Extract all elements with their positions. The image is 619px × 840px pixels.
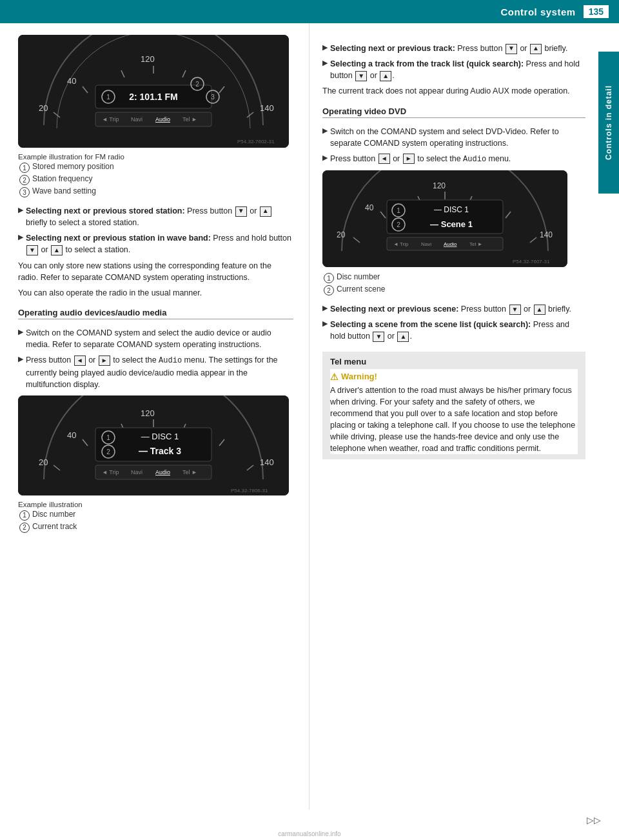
bullet-next-track-text: Selecting next or previous track: Press … bbox=[330, 43, 567, 54]
bullet-dvd-2-text: Press button ◄ or ► to select the Audio … bbox=[330, 153, 511, 165]
svg-text:140: 140 bbox=[540, 230, 553, 239]
dvd-item-2: 2 Current scene bbox=[324, 285, 585, 295]
btn-up-4: ▲ bbox=[380, 71, 391, 81]
site-watermark: carmanualsonline.info bbox=[0, 830, 619, 840]
btn-down-5: ▼ bbox=[509, 305, 521, 315]
tel-menu-title: Tel menu bbox=[330, 357, 578, 366]
bullet-track-list-text: Selecting a track from the track list (q… bbox=[330, 58, 585, 81]
svg-text:140: 140 bbox=[260, 103, 274, 113]
audio-item-2: 2 Current track bbox=[19, 522, 293, 533]
btn-up-1: ▲ bbox=[260, 206, 271, 217]
radio-item-3: 3 Wave band setting bbox=[19, 186, 293, 197]
svg-text:40: 40 bbox=[67, 430, 76, 440]
scene-bullets: ▶ Selecting next or previous scene: Pres… bbox=[322, 303, 585, 342]
dvd-svg: 20 40 120 140 1 — DISC 1 2 — Scene 1 ◄ T… bbox=[322, 170, 567, 267]
audio-illustration: 20 40 120 140 1 — DISC 1 2 — Track 3 bbox=[18, 395, 289, 495]
svg-text:3: 3 bbox=[211, 94, 215, 101]
audio-caption: Example illustration bbox=[18, 501, 293, 508]
btn-right-2: ► bbox=[403, 154, 415, 164]
bullet-track-list: ▶ Selecting a track from the track list … bbox=[322, 58, 585, 81]
audio-circle-2: 2 bbox=[19, 523, 30, 533]
btn-right-1: ► bbox=[99, 355, 110, 366]
btn-down-3: ▼ bbox=[506, 44, 517, 54]
btn-up-2: ▲ bbox=[51, 245, 63, 255]
svg-text:Audio: Audio bbox=[155, 116, 170, 123]
warning-triangle-icon: ⚠ bbox=[330, 372, 339, 382]
footer-arrow: ▷▷ bbox=[587, 815, 601, 825]
audio-circle-1: 1 bbox=[19, 510, 30, 521]
svg-text:◄ Trip: ◄ Trip bbox=[102, 116, 119, 123]
btn-down-2: ▼ bbox=[26, 245, 38, 255]
right-col: ▶ Selecting next or previous track: Pres… bbox=[310, 23, 598, 810]
svg-text:Navi: Navi bbox=[131, 469, 142, 475]
dvd-item-1: 1 Disc number bbox=[324, 272, 585, 283]
svg-text:— DISC 1: — DISC 1 bbox=[141, 432, 179, 441]
audio-bullets: ▶ Switch on the COMAND system and select… bbox=[18, 327, 293, 390]
warning-text: A driver's attention to the road must al… bbox=[330, 385, 578, 455]
circle-1: 1 bbox=[19, 163, 30, 173]
svg-text:1: 1 bbox=[397, 207, 400, 214]
dvd-section-heading: Operating video DVD bbox=[322, 106, 585, 118]
btn-down-1: ▼ bbox=[235, 206, 247, 217]
next-track-label: Selecting next or previous track: bbox=[330, 44, 455, 53]
bullet-arrow-4: ▶ bbox=[18, 355, 23, 363]
bullet-arrow-5: ▶ bbox=[322, 43, 328, 52]
radio-bullets: ▶ Selecting next or previous stored stat… bbox=[18, 205, 293, 256]
bullet-dvd-2: ▶ Press button ◄ or ► to select the Audi… bbox=[322, 153, 585, 165]
bullet-arrow-6: ▶ bbox=[322, 59, 328, 67]
svg-text:— Track 3: — Track 3 bbox=[139, 446, 181, 456]
tel-menu-box: Tel menu ⚠ Warning! A driver's attention… bbox=[322, 352, 585, 460]
circle-2: 2 bbox=[19, 175, 30, 185]
left-col: 20 40 120 140 1 2: 101.1 FM 2 3 bbox=[0, 23, 310, 810]
btn-left-2: ◄ bbox=[378, 154, 390, 164]
circle-3: 3 bbox=[19, 187, 30, 197]
warning-box: ⚠ Warning! A driver's attention to the r… bbox=[330, 369, 578, 455]
header-page: 135 bbox=[584, 5, 609, 18]
svg-text:40: 40 bbox=[365, 203, 374, 212]
bullet-scene-list: ▶ Selecting a scene from the scene list … bbox=[322, 319, 585, 342]
audio-svg: 20 40 120 140 1 — DISC 1 2 — Track 3 bbox=[18, 395, 289, 495]
bullet-arrow-8: ▶ bbox=[322, 154, 328, 162]
svg-text:Tel ►: Tel ► bbox=[182, 469, 197, 475]
radio-illustration: 20 40 120 140 1 2: 101.1 FM 2 3 bbox=[18, 35, 289, 148]
radio-svg: 20 40 120 140 1 2: 101.1 FM 2 3 bbox=[18, 35, 289, 148]
header-bar: Control system 135 bbox=[0, 0, 619, 23]
audio-item-1: 1 Disc number bbox=[19, 510, 293, 521]
svg-text:Tel ►: Tel ► bbox=[469, 241, 482, 247]
bullet-dvd-1: ▶ Switch on the COMAND system and select… bbox=[322, 126, 585, 149]
radio-item-1: 1 Stored memory position bbox=[19, 162, 293, 173]
dvd-illustration: 20 40 120 140 1 — DISC 1 2 — Scene 1 ◄ T… bbox=[322, 170, 567, 267]
svg-text:P54.32-7806-31: P54.32-7806-31 bbox=[231, 488, 268, 494]
dvd-circle-1: 1 bbox=[324, 273, 334, 283]
btn-up-5: ▲ bbox=[534, 305, 545, 315]
svg-text:1: 1 bbox=[106, 434, 110, 441]
radio-body1: You can only store new stations using th… bbox=[18, 260, 293, 283]
bullet-stored-station-text: Selecting next or previous stored statio… bbox=[26, 205, 293, 228]
bullet-audio-1: ▶ Switch on the COMAND system and select… bbox=[18, 327, 293, 350]
track-list-label: Selecting a track from the track list (q… bbox=[330, 59, 524, 68]
next-scene-label: Selecting next or previous scene: bbox=[330, 305, 458, 314]
btn-left-1: ◄ bbox=[74, 355, 86, 366]
footer: ▷▷ bbox=[0, 810, 619, 830]
svg-text:Navi: Navi bbox=[131, 116, 142, 123]
svg-text:Navi: Navi bbox=[421, 241, 431, 247]
svg-text:120: 120 bbox=[141, 408, 155, 418]
svg-text:◄ Trip: ◄ Trip bbox=[393, 241, 409, 247]
wave-band-label: Selecting next or previous station in wa… bbox=[26, 234, 211, 243]
bullet-scene-list-text: Selecting a scene from the scene list (q… bbox=[330, 319, 585, 342]
svg-text:20: 20 bbox=[39, 457, 48, 467]
svg-text:40: 40 bbox=[67, 76, 76, 86]
bullet-arrow-1: ▶ bbox=[18, 206, 23, 214]
scene-list-label: Selecting a scene from the scene list (q… bbox=[330, 320, 531, 329]
audio-section-heading: Operating audio devices/audio media bbox=[18, 308, 293, 319]
warning-title: ⚠ Warning! bbox=[330, 372, 578, 382]
radio-item-2: 2 Station frequency bbox=[19, 174, 293, 185]
radio-caption: Example illustration for FM radio bbox=[18, 153, 293, 161]
radio-body2: You can also operate the radio in the us… bbox=[18, 287, 293, 299]
stored-station-label: Selecting next or previous stored statio… bbox=[26, 206, 185, 215]
btn-up-6: ▲ bbox=[397, 332, 409, 342]
bullet-arrow-9: ▶ bbox=[322, 304, 328, 312]
aux-note: The current track does not appear during… bbox=[322, 85, 585, 97]
svg-text:140: 140 bbox=[260, 457, 274, 467]
svg-text:120: 120 bbox=[141, 54, 155, 64]
